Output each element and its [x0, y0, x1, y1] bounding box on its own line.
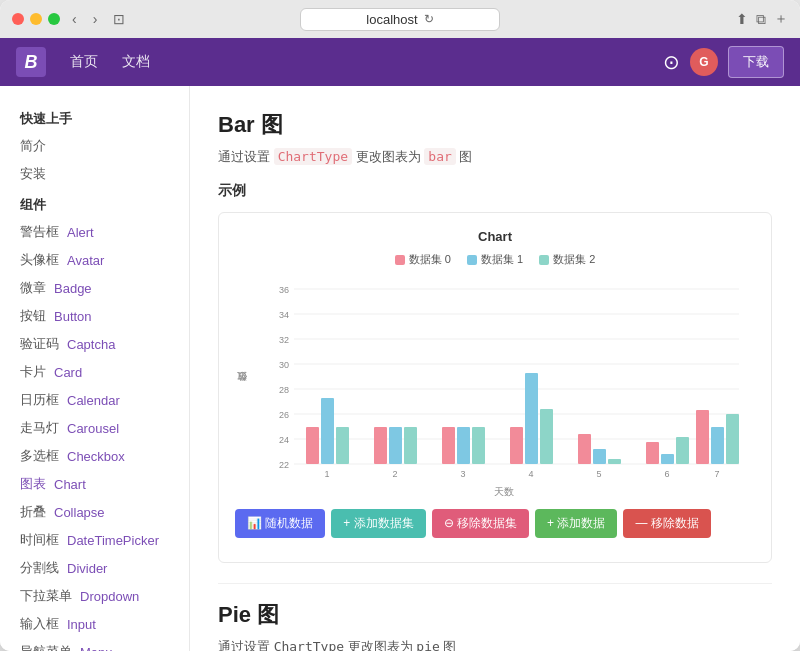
sidebar-calendar-en: Calendar: [67, 393, 120, 408]
svg-text:3: 3: [460, 469, 465, 479]
pie-chart-type-code: ChartType: [274, 639, 344, 651]
share-button[interactable]: ⬆: [736, 10, 748, 28]
sidebar-item-captcha[interactable]: 验证码 Captcha: [0, 330, 189, 358]
bar-g7-d1: [711, 427, 724, 464]
svg-text:6: 6: [664, 469, 669, 479]
bar-description: 通过设置 ChartType 更改图表为 bar 图: [218, 148, 772, 166]
sidebar-item-chart[interactable]: 图表 Chart: [0, 470, 189, 498]
bar-g5-d0: [578, 434, 591, 464]
address-bar[interactable]: localhost ↻: [300, 8, 500, 31]
bar-g2-d0: [374, 427, 387, 464]
sidebar-item-alert[interactable]: 警告框 Alert: [0, 218, 189, 246]
bar-g6-d1: [661, 454, 674, 464]
bar-g4-d1: [525, 373, 538, 464]
legend-item-0: 数据集 0: [395, 252, 451, 267]
sidebar-item-button[interactable]: 按钮 Button: [0, 302, 189, 330]
sidebar-item-calendar[interactable]: 日历框 Calendar: [0, 386, 189, 414]
sidebar-item-intro[interactable]: 简介: [0, 132, 189, 160]
pie-section: Pie 图 通过设置 ChartType 更改图表为 pie 图 示例: [218, 583, 772, 651]
legend-item-2: 数据集 2: [539, 252, 595, 267]
chart-action-buttons: 📊 随机数据 + 添加数据集 ⊖ 移除数据集 + 添加数据 — 移除数据: [235, 509, 755, 538]
sidebar-item-collapse[interactable]: 折叠 Collapse: [0, 498, 189, 526]
legend-label-0: 数据集 0: [409, 252, 451, 267]
maximize-button[interactable]: [48, 13, 60, 25]
sidebar-chart-cn: 图表: [20, 475, 46, 493]
svg-text:30: 30: [279, 360, 289, 370]
content-area: 快速上手 简介 安装 组件 警告框 Alert 头像框 Avatar 微章 Ba…: [0, 86, 800, 651]
chart-legend: 数据集 0 数据集 1 数据集 2: [235, 252, 755, 267]
sidebar-item-divider[interactable]: 分割线 Divider: [0, 554, 189, 582]
sidebar-carousel-cn: 走马灯: [20, 419, 59, 437]
sidebar-item-install-label: 安装: [20, 165, 46, 183]
sidebar-item-input[interactable]: 输入框 Input: [0, 610, 189, 638]
bar-g2-d2: [404, 427, 417, 464]
sidebar-item-datetimepicker[interactable]: 时间框 DateTimePicker: [0, 526, 189, 554]
brand-text: B: [25, 52, 38, 73]
sidebar-item-intro-label: 简介: [20, 137, 46, 155]
legend-dot-0: [395, 255, 405, 265]
refresh-icon[interactable]: ↻: [424, 12, 434, 26]
new-tab-button[interactable]: ⧉: [756, 10, 766, 28]
random-data-button[interactable]: 📊 随机数据: [235, 509, 325, 538]
bar-g4-d2: [540, 409, 553, 464]
navbar-right: ⊙ G 下载: [663, 46, 784, 78]
sidebar-item-badge[interactable]: 微章 Badge: [0, 274, 189, 302]
bar-g1-d1: [321, 398, 334, 464]
bar-chart-svg: 36 34 32 30 28 26 24 22: [253, 279, 755, 479]
svg-text:36: 36: [279, 285, 289, 295]
sidebar-carousel-en: Carousel: [67, 421, 119, 436]
brand-logo[interactable]: B: [16, 47, 46, 77]
sidebar-button-en: Button: [54, 309, 92, 324]
address-text: localhost: [366, 12, 417, 27]
remove-dataset-button[interactable]: ⊖ 移除数据集: [432, 509, 529, 538]
sidebar-dropdown-en: Dropdown: [80, 589, 139, 604]
sidebar-datetimepicker-cn: 时间框: [20, 531, 59, 549]
bar-g5-d1: [593, 449, 606, 464]
download-button[interactable]: 下载: [728, 46, 784, 78]
minimize-button[interactable]: [30, 13, 42, 25]
sidebar-item-card[interactable]: 卡片 Card: [0, 358, 189, 386]
legend-dot-2: [539, 255, 549, 265]
nav-home[interactable]: 首页: [70, 53, 98, 71]
sidebar-captcha-cn: 验证码: [20, 335, 59, 353]
add-button[interactable]: ＋: [774, 10, 788, 28]
sidebar-item-checkbox[interactable]: 多选框 Checkbox: [0, 442, 189, 470]
back-button[interactable]: ‹: [68, 9, 81, 29]
bar-code: bar: [424, 148, 455, 165]
sidebar-menu-cn: 导航菜单: [20, 643, 72, 651]
bar-g6-d2: [676, 437, 689, 464]
titlebar-actions: ⬆ ⧉ ＋: [736, 10, 788, 28]
sidebar-datetimepicker-en: DateTimePicker: [67, 533, 159, 548]
sidebar-item-carousel[interactable]: 走马灯 Carousel: [0, 414, 189, 442]
svg-text:5: 5: [596, 469, 601, 479]
pie-title: Pie 图: [218, 600, 772, 630]
bar-g7-d2: [726, 414, 739, 464]
g-button[interactable]: G: [690, 48, 718, 76]
bar-g5-d2: [608, 459, 621, 464]
forward-button[interactable]: ›: [89, 9, 102, 29]
sidebar-item-install[interactable]: 安装: [0, 160, 189, 188]
sidebar-alert-en: Alert: [67, 225, 94, 240]
svg-text:26: 26: [279, 410, 289, 420]
nav-docs[interactable]: 文档: [122, 53, 150, 71]
section-quickstart: 快速上手: [0, 102, 189, 132]
svg-text:7: 7: [714, 469, 719, 479]
github-icon[interactable]: ⊙: [663, 50, 680, 74]
sidebar-avatar-cn: 头像框: [20, 251, 59, 269]
bar-g1-d2: [336, 427, 349, 464]
sidebar-collapse-cn: 折叠: [20, 503, 46, 521]
traffic-lights: [12, 13, 60, 25]
remove-data-button[interactable]: — 移除数据: [623, 509, 710, 538]
sidebar-item-menu[interactable]: 导航菜单 Menu: [0, 638, 189, 651]
sidebar-input-en: Input: [67, 617, 96, 632]
sidebar-avatar-en: Avatar: [67, 253, 104, 268]
sidebar-captcha-en: Captcha: [67, 337, 115, 352]
chart-title: Chart: [235, 229, 755, 244]
add-data-button[interactable]: + 添加数据: [535, 509, 617, 538]
add-dataset-button[interactable]: + 添加数据集: [331, 509, 425, 538]
sidebar-checkbox-en: Checkbox: [67, 449, 125, 464]
close-button[interactable]: [12, 13, 24, 25]
sidebar-input-cn: 输入框: [20, 615, 59, 633]
sidebar-item-dropdown[interactable]: 下拉菜单 Dropdown: [0, 582, 189, 610]
sidebar-item-avatar[interactable]: 头像框 Avatar: [0, 246, 189, 274]
